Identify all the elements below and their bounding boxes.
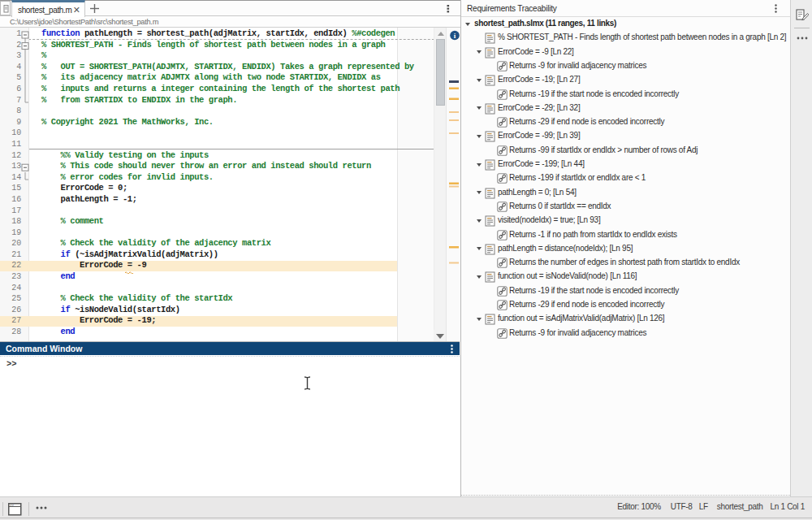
svg-text:>>: >>	[10, 504, 14, 507]
